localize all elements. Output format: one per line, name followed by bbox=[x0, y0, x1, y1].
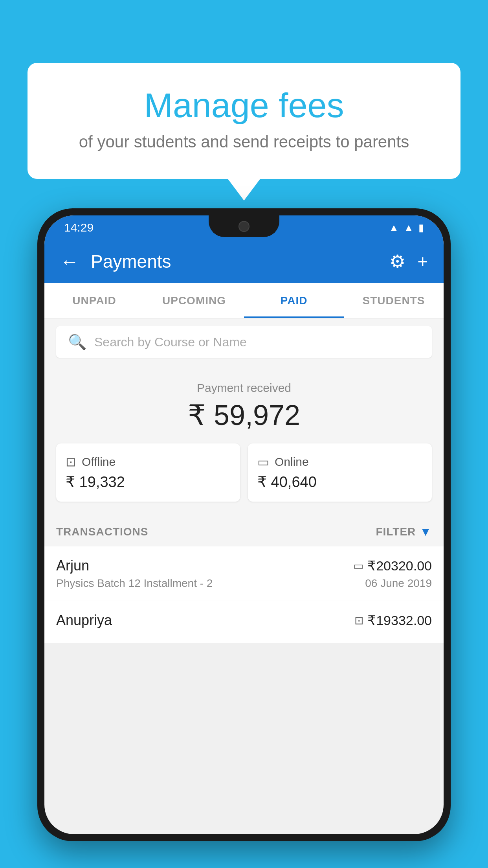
back-button[interactable]: ← bbox=[60, 251, 79, 272]
tab-students[interactable]: STUDENTS bbox=[344, 283, 444, 318]
payment-cards: ⊡ Offline ₹ 19,332 ▭ Online ₹ 40,640 bbox=[56, 443, 432, 502]
phone-camera bbox=[238, 221, 250, 232]
page-title: Payments bbox=[91, 251, 378, 272]
search-input[interactable]: Search by Course or Name bbox=[94, 335, 247, 349]
card-icon: ▭ bbox=[353, 559, 363, 572]
status-time: 14:29 bbox=[64, 221, 94, 234]
phone-notch bbox=[209, 215, 279, 237]
payment-summary: Payment received ₹ 59,972 ⊡ Offline ₹ 19… bbox=[44, 366, 444, 517]
cash-icon: ⊡ bbox=[354, 614, 363, 627]
wifi-icon: ▲ bbox=[389, 222, 399, 234]
online-label: Online bbox=[275, 455, 309, 469]
online-icon: ▭ bbox=[257, 454, 269, 469]
table-row[interactable]: Arjun ▭ ₹20320.00 Physics Batch 12 Insta… bbox=[44, 546, 444, 601]
offline-label: Offline bbox=[82, 455, 116, 469]
bubble-title: Manage fees bbox=[55, 86, 433, 125]
transaction-name: Arjun bbox=[56, 557, 89, 574]
tab-upcoming[interactable]: UPCOMING bbox=[144, 283, 244, 318]
table-row[interactable]: Anupriya ⊡ ₹19332.00 bbox=[44, 601, 444, 643]
app-bar: ← Payments ⚙ + bbox=[44, 240, 444, 283]
transaction-amount-container: ⊡ ₹19332.00 bbox=[354, 612, 432, 628]
offline-card: ⊡ Offline ₹ 19,332 bbox=[56, 443, 240, 502]
search-icon: 🔍 bbox=[68, 333, 86, 351]
status-icons: ▲ ▲ ▮ bbox=[389, 222, 424, 234]
payment-received-label: Payment received bbox=[56, 381, 432, 395]
tabs-bar: UNPAID UPCOMING PAID STUDENTS bbox=[44, 283, 444, 318]
online-amount: ₹ 40,640 bbox=[257, 473, 422, 491]
filter-icon: ▼ bbox=[420, 525, 432, 539]
filter-button[interactable]: FILTER ▼ bbox=[376, 525, 432, 539]
online-card: ▭ Online ₹ 40,640 bbox=[248, 443, 432, 502]
settings-icon[interactable]: ⚙ bbox=[389, 251, 405, 272]
payment-total: ₹ 59,972 bbox=[56, 399, 432, 432]
speech-bubble: Manage fees of your students and send re… bbox=[28, 63, 460, 179]
battery-icon: ▮ bbox=[418, 222, 424, 234]
transaction-amount-container: ▭ ₹20320.00 bbox=[353, 558, 432, 574]
tab-unpaid[interactable]: UNPAID bbox=[44, 283, 144, 318]
transaction-amount: ₹19332.00 bbox=[367, 612, 432, 628]
tab-paid[interactable]: PAID bbox=[244, 283, 344, 318]
search-container: 🔍 Search by Course or Name bbox=[44, 318, 444, 366]
signal-icon: ▲ bbox=[404, 222, 414, 234]
bubble-subtitle: of your students and send receipts to pa… bbox=[55, 132, 433, 151]
transaction-date: 06 June 2019 bbox=[365, 577, 432, 590]
transactions-header: TRANSACTIONS FILTER ▼ bbox=[44, 517, 444, 546]
transaction-name: Anupriya bbox=[56, 612, 112, 629]
app-bar-actions: ⚙ + bbox=[389, 251, 428, 272]
phone-screen: 14:29 ▲ ▲ ▮ ← Payments ⚙ + bbox=[44, 215, 444, 834]
transaction-course: Physics Batch 12 Installment - 2 bbox=[56, 577, 213, 590]
transaction-amount: ₹20320.00 bbox=[367, 558, 432, 574]
search-box[interactable]: 🔍 Search by Course or Name bbox=[56, 326, 432, 358]
add-icon[interactable]: + bbox=[417, 251, 428, 272]
offline-icon: ⊡ bbox=[66, 454, 76, 469]
transactions-label: TRANSACTIONS bbox=[56, 526, 148, 538]
offline-amount: ₹ 19,332 bbox=[66, 473, 231, 491]
phone-frame: 14:29 ▲ ▲ ▮ ← Payments ⚙ + bbox=[37, 208, 451, 868]
filter-label: FILTER bbox=[376, 526, 416, 538]
